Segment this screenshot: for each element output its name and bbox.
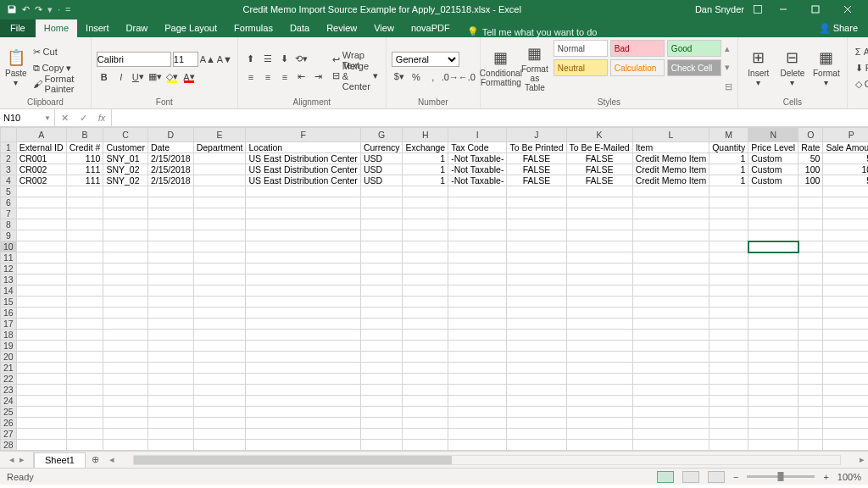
cell[interactable] [403, 385, 448, 396]
col-header-L[interactable]: L [632, 128, 709, 142]
cell[interactable] [246, 286, 360, 297]
sheet-tab[interactable]: Sheet1 [34, 452, 86, 468]
cell[interactable] [16, 186, 66, 197]
fx-icon[interactable]: fx [92, 113, 111, 123]
cell[interactable] [823, 418, 868, 429]
cell[interactable] [147, 363, 193, 374]
cell[interactable] [748, 219, 798, 230]
cell[interactable] [66, 451, 103, 452]
cell[interactable] [566, 252, 632, 263]
cell[interactable] [798, 219, 823, 230]
cell[interactable] [709, 451, 748, 452]
cell[interactable] [403, 418, 448, 429]
cell[interactable] [16, 407, 66, 418]
cell[interactable]: 100 [823, 164, 868, 175]
col-header-F[interactable]: F [246, 128, 360, 142]
cell[interactable] [66, 186, 103, 197]
cell[interactable] [748, 407, 798, 418]
cell[interactable] [798, 330, 823, 341]
cell[interactable] [748, 230, 798, 241]
cell[interactable] [193, 230, 246, 241]
cell[interactable] [103, 308, 148, 319]
cell[interactable] [798, 363, 823, 374]
cell[interactable] [147, 286, 193, 297]
cell[interactable]: 1 [709, 153, 748, 164]
header-cell[interactable]: Customer [103, 142, 148, 153]
cell[interactable] [193, 396, 246, 407]
cell[interactable] [147, 241, 193, 252]
insert-cells-button[interactable]: ⊞Insert▾ [743, 40, 774, 96]
row-header-16[interactable]: 16 [1, 308, 17, 319]
cell[interactable] [403, 429, 448, 440]
cell[interactable] [823, 341, 868, 352]
cell[interactable] [507, 319, 566, 330]
cell[interactable] [566, 440, 632, 451]
cell[interactable] [360, 385, 403, 396]
cell[interactable] [16, 297, 66, 308]
ribbon-options-icon[interactable] [753, 4, 763, 14]
view-page-break-button[interactable] [708, 471, 725, 483]
cell[interactable] [507, 418, 566, 429]
cell[interactable] [566, 219, 632, 230]
cell[interactable] [147, 319, 193, 330]
cell[interactable] [403, 274, 448, 286]
cell[interactable] [193, 341, 246, 352]
cell[interactable] [748, 286, 798, 297]
style-neutral[interactable]: Neutral [554, 59, 608, 76]
paste-button[interactable]: 📋 Paste▾ [5, 40, 27, 96]
cell[interactable] [147, 330, 193, 341]
cell[interactable] [823, 319, 868, 330]
cell[interactable]: 1 [709, 175, 748, 186]
cell[interactable]: Credit Memo Item [632, 175, 709, 186]
format-cells-button[interactable]: ▦Format▾ [811, 40, 842, 96]
cell[interactable]: 1 [403, 164, 448, 175]
cell[interactable]: US East Distribution Center [246, 175, 360, 186]
cell[interactable] [507, 252, 566, 263]
gallery-down-icon[interactable]: ▾ [725, 62, 732, 73]
cell[interactable] [103, 385, 148, 396]
name-box[interactable]: N10▼ [0, 109, 55, 126]
cell[interactable] [823, 219, 868, 230]
fill-color-button[interactable]: ◇▾ [164, 69, 180, 85]
tab-insert[interactable]: Insert [77, 19, 118, 37]
cell[interactable] [66, 208, 103, 219]
cell[interactable] [360, 418, 403, 429]
row-header-11[interactable]: 11 [1, 252, 17, 263]
percent-icon[interactable]: % [409, 69, 424, 85]
cell[interactable] [193, 440, 246, 451]
save-icon[interactable] [7, 4, 17, 14]
cell[interactable] [16, 363, 66, 374]
cell[interactable] [66, 385, 103, 396]
cell[interactable] [566, 308, 632, 319]
row-header-4[interactable]: 4 [1, 175, 17, 186]
row-header-28[interactable]: 28 [1, 440, 17, 451]
cell[interactable] [798, 197, 823, 208]
header-cell[interactable]: Location [246, 142, 360, 153]
cell[interactable] [709, 297, 748, 308]
cell[interactable] [448, 396, 507, 407]
cell[interactable] [507, 241, 566, 252]
cell[interactable] [360, 252, 403, 263]
cell[interactable] [403, 352, 448, 363]
cell[interactable] [448, 440, 507, 451]
indent-increase-icon[interactable]: ⇥ [311, 69, 326, 85]
cell[interactable] [66, 274, 103, 286]
cell[interactable] [147, 263, 193, 274]
cell[interactable] [566, 241, 632, 252]
cell[interactable] [403, 286, 448, 297]
cell[interactable] [246, 374, 360, 385]
tab-home[interactable]: Home [36, 19, 77, 37]
cell[interactable] [147, 429, 193, 440]
cell[interactable] [403, 407, 448, 418]
zoom-in-button[interactable]: + [823, 472, 828, 482]
redo-icon[interactable]: ↷ [35, 4, 42, 15]
cell[interactable] [566, 186, 632, 197]
cell[interactable] [103, 252, 148, 263]
cell[interactable] [16, 330, 66, 341]
cell[interactable] [360, 374, 403, 385]
cell[interactable] [16, 263, 66, 274]
cell[interactable] [709, 341, 748, 352]
cell[interactable] [632, 274, 709, 286]
cell[interactable] [246, 429, 360, 440]
cell[interactable] [16, 286, 66, 297]
